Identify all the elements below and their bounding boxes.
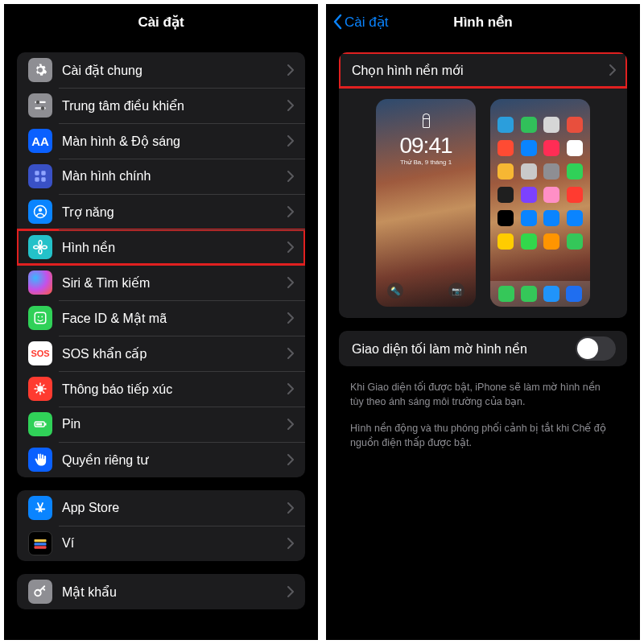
choose-wallpaper-row[interactable]: Chọn hình nền mới bbox=[339, 52, 627, 88]
dock-app-icon bbox=[566, 286, 582, 302]
svg-point-14 bbox=[42, 246, 47, 249]
back-button[interactable]: Cài đặt bbox=[332, 14, 388, 31]
settings-row-wallet[interactable]: Ví bbox=[17, 526, 305, 561]
settings-group: App StoreVí bbox=[17, 490, 305, 561]
dock-app-icon bbox=[521, 286, 537, 302]
control-center-icon bbox=[28, 93, 52, 118]
lock-screen-preview[interactable]: 09:41 Thứ Ba, 9 tháng 1 🔦📷 bbox=[376, 99, 476, 307]
general-icon bbox=[28, 58, 52, 82]
app-icon bbox=[567, 233, 583, 250]
chevron-right-icon bbox=[287, 312, 294, 324]
choose-wallpaper-group: Chọn hình nền mới 09:41 Thứ Ba, 9 tháng … bbox=[339, 52, 627, 318]
chevron-right-icon bbox=[287, 242, 294, 253]
home-screen-preview[interactable] bbox=[490, 99, 590, 307]
page-title: Cài đặt bbox=[138, 14, 184, 31]
settings-row-home-screen[interactable]: Màn hình chính bbox=[17, 159, 305, 194]
home-screen-icon bbox=[28, 164, 52, 188]
dim-group: Giao diện tối làm mờ hình nền bbox=[339, 331, 627, 366]
sos-icon: SOS bbox=[28, 341, 52, 365]
app-icon bbox=[543, 233, 559, 250]
dim-toggle[interactable] bbox=[576, 336, 616, 361]
settings-row-faceid[interactable]: Face ID & Mật mã bbox=[17, 300, 305, 336]
wallpaper-screen: Cài đặt Hình nền Chọn hình nền mới 09:41… bbox=[326, 4, 640, 640]
app-icon bbox=[543, 117, 559, 133]
chevron-right-icon bbox=[287, 100, 294, 111]
app-icon bbox=[543, 187, 559, 203]
app-icon bbox=[497, 117, 514, 133]
settings-row-accessibility[interactable]: Trợ năng bbox=[17, 194, 305, 229]
svg-point-2 bbox=[36, 101, 40, 105]
lock-date: Thứ Ba, 9 tháng 1 bbox=[400, 159, 452, 166]
app-icon bbox=[497, 163, 514, 180]
settings-row-privacy[interactable]: Quyền riêng tư bbox=[17, 442, 305, 477]
settings-row-display[interactable]: AAMàn hình & Độ sáng bbox=[17, 123, 305, 159]
svg-point-18 bbox=[37, 386, 43, 392]
settings-row-battery[interactable]: Pin bbox=[17, 407, 305, 442]
svg-line-24 bbox=[43, 391, 44, 393]
settings-row-control-center[interactable]: Trung tâm điều khiển bbox=[17, 88, 305, 123]
app-icon bbox=[567, 210, 583, 226]
exposure-icon bbox=[28, 377, 52, 401]
faceid-icon bbox=[28, 306, 52, 330]
settings-label: Pin bbox=[62, 417, 287, 431]
settings-label: Ví bbox=[62, 536, 287, 551]
chevron-right-icon bbox=[287, 206, 294, 217]
svg-line-23 bbox=[36, 385, 38, 386]
settings-row-appstore[interactable]: App Store bbox=[17, 490, 305, 526]
app-icon bbox=[521, 187, 537, 203]
settings-row-sos[interactable]: SOSSOS khẩn cấp bbox=[17, 336, 305, 371]
settings-label: Thông báo tiếp xúc bbox=[62, 382, 287, 397]
settings-row-general[interactable]: Cài đặt chung bbox=[17, 52, 305, 88]
svg-rect-5 bbox=[41, 171, 45, 175]
app-icon bbox=[567, 140, 583, 156]
dim-footer-1: Khi Giao diện tối được bật, iPhone sẽ là… bbox=[339, 379, 627, 420]
settings-screen: Cài đặt Cài đặt chungTrung tâm điều khiể… bbox=[4, 4, 318, 640]
header: Cài đặt bbox=[4, 4, 318, 39]
settings-group: Cài đặt chungTrung tâm điều khiểnAAMàn h… bbox=[17, 52, 305, 477]
app-icon bbox=[543, 210, 559, 226]
svg-rect-7 bbox=[41, 177, 45, 181]
back-label: Cài đặt bbox=[345, 14, 388, 31]
app-icon bbox=[567, 187, 583, 203]
svg-point-16 bbox=[38, 316, 39, 318]
passwords-icon bbox=[28, 580, 52, 604]
app-icon bbox=[521, 233, 537, 250]
chevron-right-icon bbox=[609, 64, 616, 76]
settings-row-passwords[interactable]: Mật khẩu bbox=[17, 574, 305, 609]
wallet-icon bbox=[28, 531, 52, 555]
settings-label: Cài đặt chung bbox=[62, 63, 287, 78]
svg-point-9 bbox=[39, 208, 43, 213]
svg-rect-28 bbox=[45, 423, 47, 426]
chevron-right-icon bbox=[287, 538, 294, 549]
chevron-right-icon bbox=[287, 348, 294, 359]
page-title: Hình nền bbox=[453, 14, 512, 31]
chevron-right-icon bbox=[287, 171, 294, 182]
chevron-right-icon bbox=[287, 586, 294, 597]
dim-footer-2: Hình nền động và thu phóng phối cảnh bị … bbox=[339, 420, 627, 461]
settings-label: SOS khẩn cấp bbox=[62, 346, 287, 361]
settings-row-siri[interactable]: Siri & Tìm kiếm bbox=[17, 265, 305, 300]
chevron-left-icon bbox=[332, 14, 342, 30]
svg-point-11 bbox=[39, 241, 42, 246]
svg-point-17 bbox=[41, 316, 43, 318]
wallpaper-preview: 09:41 Thứ Ba, 9 tháng 1 🔦📷 bbox=[339, 88, 627, 318]
dock-app-icon bbox=[543, 286, 559, 302]
siri-icon bbox=[28, 270, 52, 295]
app-icon bbox=[543, 140, 559, 156]
svg-rect-29 bbox=[36, 423, 43, 426]
appstore-icon bbox=[28, 496, 52, 520]
svg-rect-30 bbox=[35, 539, 47, 542]
chevron-right-icon bbox=[287, 502, 294, 514]
settings-list[interactable]: Cài đặt chungTrung tâm điều khiểnAAMàn h… bbox=[4, 39, 318, 640]
app-icon bbox=[497, 210, 514, 226]
settings-label: Mật khẩu bbox=[62, 584, 287, 600]
settings-group: Mật khẩu bbox=[17, 574, 305, 609]
settings-row-exposure[interactable]: Thông báo tiếp xúc bbox=[17, 371, 305, 407]
dock-app-icon bbox=[498, 286, 514, 302]
svg-rect-32 bbox=[35, 546, 47, 548]
wallpaper-icon bbox=[28, 235, 52, 259]
chevron-right-icon bbox=[287, 277, 294, 288]
settings-label: Quyền riêng tư bbox=[62, 452, 287, 468]
settings-row-wallpaper[interactable]: Hình nền bbox=[17, 229, 305, 265]
display-icon: AA bbox=[28, 129, 52, 153]
